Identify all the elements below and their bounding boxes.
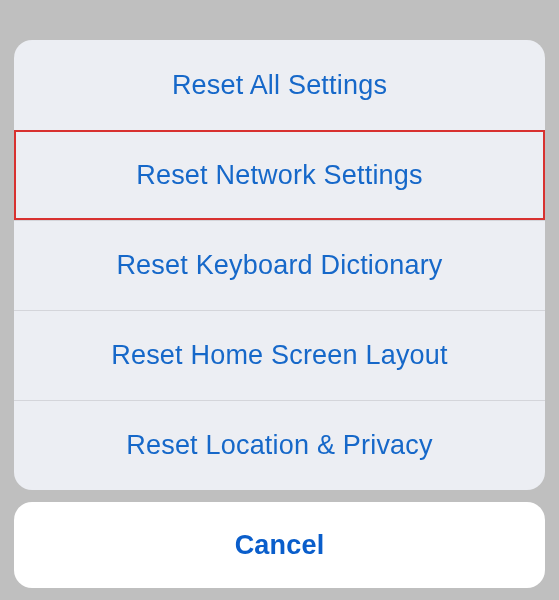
option-label: Reset All Settings [172,70,387,101]
cancel-button[interactable]: Cancel [14,502,545,588]
option-label: Reset Location & Privacy [126,430,432,461]
option-reset-home-screen-layout[interactable]: Reset Home Screen Layout [14,310,545,400]
option-label: Reset Home Screen Layout [111,340,447,371]
cancel-group: Cancel [14,502,545,588]
cancel-label: Cancel [235,530,325,561]
action-sheet-options: Reset All Settings Reset Network Setting… [14,40,545,490]
option-reset-location-privacy[interactable]: Reset Location & Privacy [14,400,545,490]
option-reset-all-settings[interactable]: Reset All Settings [14,40,545,130]
option-reset-keyboard-dictionary[interactable]: Reset Keyboard Dictionary [14,220,545,310]
option-reset-network-settings[interactable]: Reset Network Settings [14,130,545,220]
option-label: Reset Keyboard Dictionary [116,250,442,281]
action-sheet: Reset All Settings Reset Network Setting… [14,40,545,588]
option-label: Reset Network Settings [136,160,423,191]
